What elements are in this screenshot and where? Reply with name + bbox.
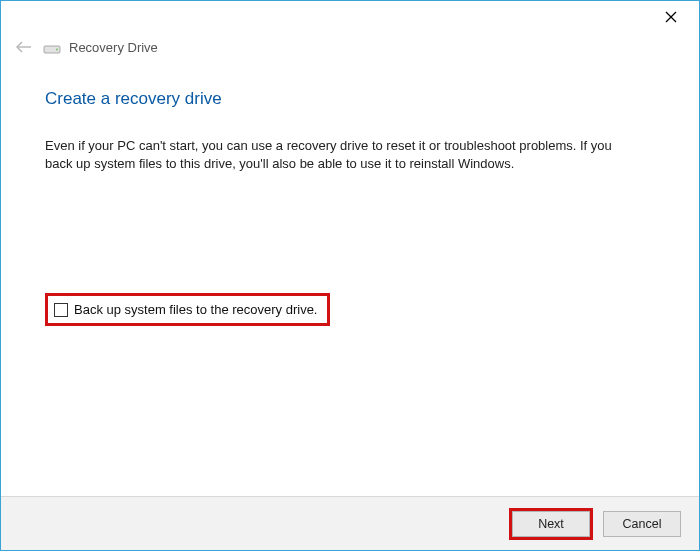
header: Recovery Drive bbox=[1, 33, 699, 61]
page-description: Even if your PC can't start, you can use… bbox=[45, 137, 635, 173]
drive-icon bbox=[43, 41, 61, 53]
cancel-button[interactable]: Cancel bbox=[603, 511, 681, 537]
footer: Next Cancel bbox=[1, 496, 699, 550]
back-arrow-icon[interactable] bbox=[15, 38, 33, 56]
content-area: Create a recovery drive Even if your PC … bbox=[1, 61, 699, 496]
backup-checkbox[interactable] bbox=[54, 303, 68, 317]
backup-checkbox-label: Back up system files to the recovery dri… bbox=[74, 302, 317, 317]
close-icon[interactable] bbox=[657, 6, 685, 30]
backup-option-row[interactable]: Back up system files to the recovery dri… bbox=[45, 293, 330, 326]
recovery-drive-window: Recovery Drive Create a recovery drive E… bbox=[0, 0, 700, 551]
next-highlight: Next bbox=[509, 508, 593, 540]
titlebar bbox=[1, 1, 699, 35]
next-button[interactable]: Next bbox=[512, 511, 590, 537]
app-title: Recovery Drive bbox=[69, 40, 158, 55]
svg-point-4 bbox=[56, 49, 58, 51]
page-heading: Create a recovery drive bbox=[45, 89, 655, 109]
